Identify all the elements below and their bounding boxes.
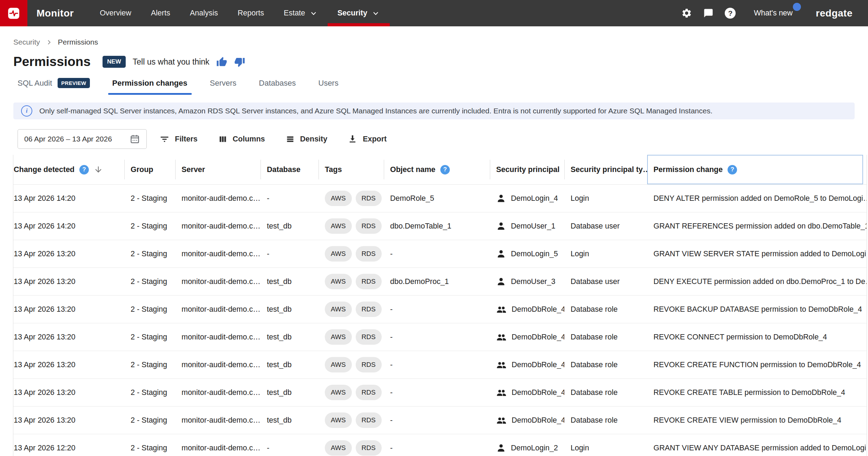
nav-item-analysis[interactable]: Analysis bbox=[180, 0, 228, 26]
cell-object-name: - bbox=[384, 416, 490, 425]
tab-permission-changes[interactable]: Permission changes bbox=[108, 72, 192, 95]
column-help-icon[interactable]: ? bbox=[440, 165, 450, 174]
filters-button[interactable]: Filters bbox=[159, 134, 198, 144]
cell-object-name: DemoRole_5 bbox=[384, 194, 490, 203]
new-badge: NEW bbox=[103, 56, 126, 68]
app-logo[interactable] bbox=[0, 0, 27, 26]
cell-security-principal: DemoUser_3 bbox=[490, 277, 564, 286]
notification-dot bbox=[793, 3, 801, 11]
principal-name: DemoDbRole_4 bbox=[512, 305, 564, 314]
nav-item-reports[interactable]: Reports bbox=[228, 0, 274, 26]
cell-security-principal-type: Database role bbox=[564, 416, 647, 425]
tab-users[interactable]: Users bbox=[314, 72, 343, 95]
tag-pill-aws: AWS bbox=[325, 412, 352, 428]
column-header-change-detected[interactable]: Change detected? bbox=[13, 155, 124, 184]
tab-servers[interactable]: Servers bbox=[206, 72, 241, 95]
tag-pill-rds: RDS bbox=[356, 412, 382, 428]
export-button[interactable]: Export bbox=[348, 134, 387, 144]
table-body: 13 Apr 2026 14:202 - Stagingmonitor-audi… bbox=[13, 185, 867, 456]
table-row[interactable]: 13 Apr 2026 13:202 - Stagingmonitor-audi… bbox=[13, 351, 867, 379]
whats-new-link[interactable]: What's new bbox=[754, 9, 793, 18]
thumbs-up-button[interactable] bbox=[216, 57, 227, 67]
feedback-chat-button[interactable] bbox=[698, 8, 719, 18]
cell-permission-change: REVOKE CONNECT permission to DemoDbRole_… bbox=[647, 333, 867, 342]
help-button[interactable]: ? bbox=[719, 8, 741, 19]
principal-name: DemoUser_1 bbox=[511, 222, 555, 231]
table-row[interactable]: 13 Apr 2026 14:202 - Stagingmonitor-audi… bbox=[13, 185, 867, 212]
cell-group: 2 - Staging bbox=[124, 277, 175, 286]
cell-change-detected: 13 Apr 2026 13:20 bbox=[13, 305, 124, 314]
table-row[interactable]: 13 Apr 2026 13:202 - Stagingmonitor-audi… bbox=[13, 379, 867, 407]
tag-pill-rds: RDS bbox=[356, 246, 382, 262]
info-banner: i Only self-managed SQL Server instances… bbox=[13, 103, 855, 119]
cell-server: monitor-audit-demo.c… bbox=[175, 305, 261, 314]
nav-item-alerts[interactable]: Alerts bbox=[141, 0, 180, 26]
nav-item-label: Estate bbox=[284, 9, 305, 18]
principal-name: DemoDbRole_4 bbox=[512, 333, 564, 342]
column-help-icon[interactable]: ? bbox=[79, 165, 89, 174]
table-row[interactable]: 13 Apr 2026 13:202 - Stagingmonitor-audi… bbox=[13, 268, 867, 296]
date-range-picker[interactable]: 06 Apr 2026 – 13 Apr 2026 bbox=[18, 129, 147, 149]
cell-change-detected: 13 Apr 2026 13:20 bbox=[13, 277, 124, 286]
column-header-database[interactable]: Database bbox=[261, 155, 318, 184]
table-row[interactable]: 13 Apr 2026 14:202 - Stagingmonitor-audi… bbox=[13, 212, 867, 240]
cell-group: 2 - Staging bbox=[124, 305, 175, 314]
column-header-object-name[interactable]: Object name? bbox=[384, 155, 490, 184]
nav-item-label: Alerts bbox=[151, 9, 170, 18]
breadcrumb-security[interactable]: Security bbox=[13, 38, 40, 46]
chevron-down-icon bbox=[309, 9, 318, 18]
date-range-value: 06 Apr 2026 – 13 Apr 2026 bbox=[24, 135, 130, 143]
export-icon bbox=[348, 134, 357, 144]
cell-permission-change: DENY ALTER permission added on DemoRole_… bbox=[647, 194, 867, 203]
table-row[interactable]: 13 Apr 2026 12:202 - Stagingmonitor-audi… bbox=[13, 434, 867, 456]
tag-pill-aws: AWS bbox=[325, 357, 352, 372]
column-header-principal[interactable]: Security principal bbox=[490, 155, 564, 184]
density-button[interactable]: Density bbox=[285, 134, 328, 144]
cell-object-name: - bbox=[384, 305, 490, 314]
tab-databases[interactable]: Databases bbox=[255, 72, 300, 95]
cell-tags: AWSRDS bbox=[318, 357, 384, 372]
column-help-icon[interactable]: ? bbox=[728, 165, 737, 174]
table-row[interactable]: 13 Apr 2026 13:202 - Stagingmonitor-audi… bbox=[13, 407, 867, 434]
cell-database: test_db bbox=[261, 222, 318, 231]
column-header-permission-change[interactable]: Permission change? bbox=[647, 155, 867, 184]
column-header-group[interactable]: Group bbox=[124, 155, 175, 184]
top-nav-right: ? What's new redgate bbox=[676, 8, 853, 19]
cell-tags: AWSRDS bbox=[318, 274, 384, 289]
nav-item-overview[interactable]: Overview bbox=[90, 0, 141, 26]
column-header-server[interactable]: Server bbox=[175, 155, 261, 184]
thumbs-down-button[interactable] bbox=[234, 57, 245, 67]
cell-object-name: dbo.DemoTable_1 bbox=[384, 222, 490, 231]
tag-pill-rds: RDS bbox=[356, 329, 382, 345]
toolbar-buttons: FiltersColumnsDensityExport bbox=[147, 134, 387, 144]
tab-label: Servers bbox=[210, 79, 237, 88]
settings-button[interactable] bbox=[676, 8, 698, 19]
cell-permission-change: REVOKE CREATE VIEW permission to DemoDbR… bbox=[647, 416, 867, 425]
person-icon bbox=[496, 193, 506, 203]
group-icon bbox=[496, 304, 507, 315]
cell-change-detected: 13 Apr 2026 13:20 bbox=[13, 333, 124, 342]
tab-bar: SQL AuditPREVIEWPermission changesServer… bbox=[13, 72, 868, 95]
tab-sql-audit[interactable]: SQL AuditPREVIEW bbox=[13, 72, 94, 95]
nav-item-security[interactable]: Security bbox=[328, 0, 390, 26]
whats-new-label: What's new bbox=[754, 9, 793, 17]
group-icon bbox=[496, 359, 507, 370]
nav-item-estate[interactable]: Estate bbox=[274, 0, 328, 26]
column-label: Change detected bbox=[14, 165, 74, 174]
column-label: Tags bbox=[325, 165, 342, 174]
tab-label: Users bbox=[318, 79, 338, 88]
tag-pill-rds: RDS bbox=[356, 385, 382, 400]
table-row[interactable]: 13 Apr 2026 13:202 - Stagingmonitor-audi… bbox=[13, 240, 867, 268]
table-row[interactable]: 13 Apr 2026 13:202 - Stagingmonitor-audi… bbox=[13, 323, 867, 351]
columns-button[interactable]: Columns bbox=[218, 134, 265, 144]
cell-tags: AWSRDS bbox=[318, 218, 384, 234]
column-header-principal-type[interactable]: Security principal ty… bbox=[564, 155, 647, 184]
permission-changes-table: Change detected?GroupServerDatabaseTagsO… bbox=[13, 155, 867, 456]
tag-pill-rds: RDS bbox=[356, 440, 382, 456]
sort-desc-icon[interactable] bbox=[94, 165, 103, 174]
person-icon bbox=[496, 277, 506, 286]
table-row[interactable]: 13 Apr 2026 13:202 - Stagingmonitor-audi… bbox=[13, 296, 867, 323]
cell-object-name: dbo.DemoProc_1 bbox=[384, 277, 490, 286]
column-header-tags[interactable]: Tags bbox=[318, 155, 384, 184]
column-label: Server bbox=[182, 165, 205, 174]
